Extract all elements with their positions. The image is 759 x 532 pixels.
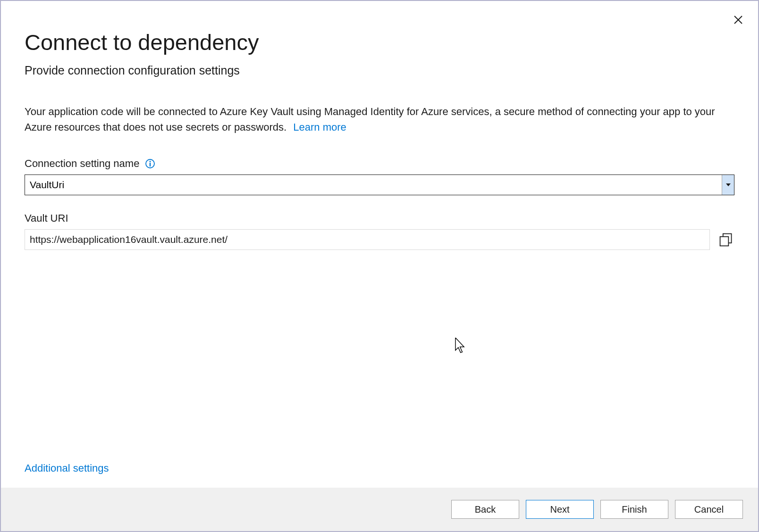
svg-rect-4 bbox=[150, 163, 151, 166]
additional-settings-link[interactable]: Additional settings bbox=[25, 462, 734, 474]
copy-button[interactable] bbox=[717, 231, 734, 248]
vault-uri-row bbox=[25, 229, 734, 250]
description-text: Your application code will be connected … bbox=[25, 106, 715, 133]
svg-point-3 bbox=[150, 161, 151, 162]
svg-marker-5 bbox=[726, 183, 731, 186]
dialog-container: Connect to dependency Provide connection… bbox=[0, 0, 759, 532]
vault-uri-field: Vault URI bbox=[25, 212, 734, 250]
info-icon[interactable] bbox=[145, 158, 155, 169]
close-button[interactable] bbox=[732, 13, 745, 26]
connection-setting-label: Connection setting name bbox=[25, 158, 139, 170]
learn-more-link[interactable]: Learn more bbox=[293, 121, 346, 133]
vault-uri-label-row: Vault URI bbox=[25, 212, 734, 224]
next-button[interactable]: Next bbox=[526, 500, 594, 519]
dialog-subtitle: Provide connection configuration setting… bbox=[25, 64, 734, 77]
svg-rect-7 bbox=[720, 237, 729, 246]
close-icon bbox=[734, 15, 743, 25]
copy-icon bbox=[718, 232, 734, 247]
vault-uri-input[interactable] bbox=[25, 229, 710, 250]
content-area: Connect to dependency Provide connection… bbox=[1, 1, 758, 488]
connection-setting-combobox[interactable] bbox=[25, 175, 734, 195]
connection-setting-field: Connection setting name bbox=[25, 158, 734, 195]
finish-button[interactable]: Finish bbox=[600, 500, 668, 519]
dialog-description: Your application code will be connected … bbox=[25, 104, 734, 135]
dialog-footer: Back Next Finish Cancel bbox=[1, 488, 758, 531]
connection-setting-dropdown-button[interactable] bbox=[722, 175, 734, 195]
chevron-down-icon bbox=[726, 183, 731, 186]
cancel-button[interactable]: Cancel bbox=[675, 500, 743, 519]
back-button[interactable]: Back bbox=[451, 500, 519, 519]
connection-setting-label-row: Connection setting name bbox=[25, 158, 734, 170]
connection-setting-input[interactable] bbox=[25, 175, 722, 195]
vault-uri-label: Vault URI bbox=[25, 212, 68, 224]
dialog-title: Connect to dependency bbox=[25, 29, 734, 55]
